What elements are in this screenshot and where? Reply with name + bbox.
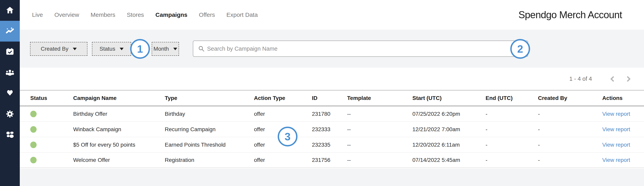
action-type-cell: offer [254,126,265,132]
pagination-next-button[interactable] [624,68,633,90]
template-cell: -- [347,157,351,163]
sidebar-item-calendar[interactable] [0,42,20,62]
type-cell: Registration [165,157,194,163]
created-by-cell: - [538,126,540,132]
created-by-cell: - [538,111,540,117]
created-by-cell: - [538,157,540,163]
column-header-end-utc: End (UTC) [486,95,513,101]
tab-offers[interactable]: Offers [199,12,215,18]
start-utc-cell: 12/20/2022 6:11am [412,142,460,148]
view-report-link[interactable]: View report [602,111,630,117]
end-utc-cell: - [486,126,487,132]
heart-icon [6,89,14,98]
gear-icon [6,110,14,119]
search-input[interactable] [207,46,523,52]
search-icon [198,45,205,52]
type-cell: Birthday [165,111,185,117]
table-row: $5 Off for every 50 points Earned Points… [20,137,644,152]
status-dot [30,110,36,117]
month-filter-dropdown[interactable]: Month [152,42,179,56]
sidebar-item-apps[interactable] [0,125,20,146]
table-row: Birthday Offer Birthday offer 231780 -- … [20,106,644,122]
view-report-link[interactable]: View report [602,126,630,132]
tab-live[interactable]: Live [32,12,43,18]
action-type-cell: offer [254,111,265,117]
column-header-action-type: Action Type [254,95,285,101]
home-icon [6,6,14,15]
members-icon [6,68,14,78]
annotation-marker-3: 3 [278,127,298,146]
created-by-cell: - [538,142,540,148]
created-by-filter-label: Created By [41,46,68,52]
sidebar-item-home[interactable] [0,0,20,21]
table-row: Winback Campaign Recurring Campaign offe… [20,122,644,137]
end-utc-cell: - [486,157,487,163]
end-utc-cell: - [486,111,487,117]
page-title: Spendgo Merch Account [518,0,622,30]
id-cell: 231756 [312,157,330,163]
pagination-prev-button[interactable] [608,68,617,90]
column-header-actions: Actions [602,95,623,101]
chevron-down-icon [173,48,177,50]
content-footer-area [20,169,644,186]
campaign-name-cell: Birthday Offer [73,111,107,117]
filter-bar: Created By Status Month [20,30,644,68]
status-filter-label: Status [100,46,115,52]
start-utc-cell: 12/21/2022 7:00am [412,126,460,132]
tab-campaigns[interactable]: Campaigns [156,12,188,18]
campaigns-table: Status Campaign Name Type Action Type ID… [20,90,644,168]
month-filter-label: Month [154,46,169,52]
view-report-link[interactable]: View report [602,142,630,148]
id-cell: 232333 [312,126,330,132]
status-filter-dropdown[interactable]: Status [92,42,131,56]
campaign-search-box[interactable] [193,40,528,57]
apps-icon [6,130,14,140]
sidebar-item-members[interactable] [0,62,20,83]
tab-export-data[interactable]: Export Data [226,12,258,18]
tab-stores[interactable]: Stores [127,12,144,18]
table-header-row: Status Campaign Name Type Action Type ID… [20,90,644,106]
end-utc-cell: - [486,142,487,148]
chevron-right-icon [624,75,632,83]
sidebar [0,0,20,186]
tab-overview[interactable]: Overview [54,12,79,18]
status-dot [30,126,36,132]
id-cell: 231780 [312,111,330,117]
column-header-template: Template [347,95,371,101]
sidebar-item-analytics[interactable] [0,21,20,42]
pagination-bar: 1 - 4 of 4 [20,68,644,90]
table-row: Welcome Offer Registration offer 231756 … [20,152,644,168]
start-utc-cell: 07/14/2022 5:45am [412,157,460,163]
template-cell: -- [347,142,351,148]
chevron-down-icon [120,48,124,50]
template-cell: -- [347,111,351,117]
campaign-name-cell: Winback Campaign [73,126,121,132]
chevron-left-icon [609,75,616,83]
tab-members[interactable]: Members [90,12,115,18]
type-cell: Recurring Campaign [165,126,216,132]
campaign-name-cell: $5 Off for every 50 points [73,142,135,148]
column-header-start-utc: Start (UTC) [412,95,442,101]
annotation-marker-2: 2 [510,39,530,59]
sidebar-item-settings[interactable] [0,104,20,125]
column-header-status: Status [30,95,47,101]
column-header-type: Type [165,95,177,101]
pagination-range: 1 - 4 of 4 [570,68,592,90]
calendar-icon [6,47,14,57]
created-by-filter-dropdown[interactable]: Created By [30,42,88,56]
action-type-cell: offer [254,157,265,163]
sidebar-item-favorites[interactable] [0,83,20,104]
start-utc-cell: 07/25/2022 6:20pm [412,111,460,117]
campaigns-page: Live Overview Members Stores Campaigns O… [0,0,644,186]
status-dot [30,142,36,148]
view-report-link[interactable]: View report [602,157,630,163]
status-dot [30,157,36,164]
chevron-down-icon [73,48,77,50]
campaign-name-cell: Welcome Offer [73,157,110,163]
type-cell: Earned Points Threshold [165,142,226,148]
annotation-marker-1: 1 [130,39,150,59]
action-type-cell: offer [254,142,265,148]
column-header-created-by: Created By [538,95,567,101]
column-header-campaign-name: Campaign Name [73,95,116,101]
analytics-icon [6,26,14,36]
